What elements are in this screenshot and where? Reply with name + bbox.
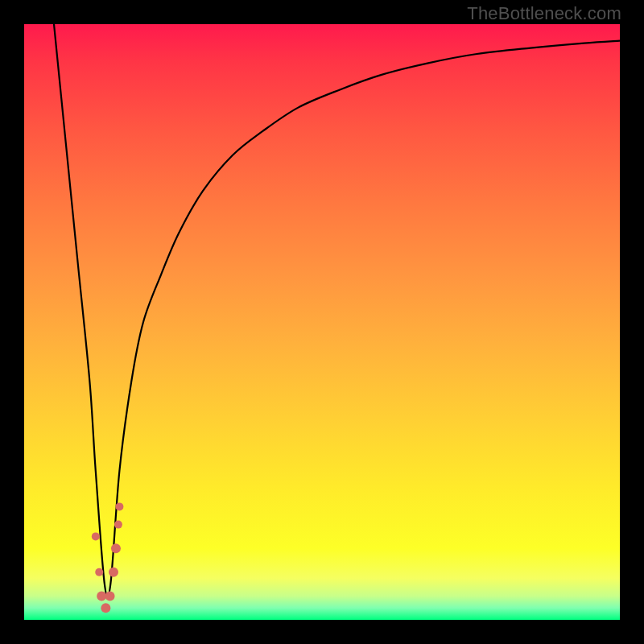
cluster-point: [114, 521, 122, 529]
cluster-point: [111, 543, 121, 553]
cluster-point: [92, 532, 100, 540]
cluster-point: [95, 568, 103, 576]
chart-frame: TheBottleneck.com: [0, 0, 644, 644]
plot-area: [24, 24, 620, 620]
watermark-text: TheBottleneck.com: [467, 3, 621, 24]
cluster-point: [105, 591, 115, 601]
marker-cluster: [92, 502, 124, 613]
cluster-point: [115, 502, 123, 510]
cluster-point: [101, 603, 110, 613]
bottleneck-curve: [54, 24, 620, 598]
cluster-point: [109, 568, 118, 577]
cluster-point: [97, 591, 106, 601]
chart-svg: [24, 24, 620, 620]
curve-layer: [54, 24, 620, 598]
